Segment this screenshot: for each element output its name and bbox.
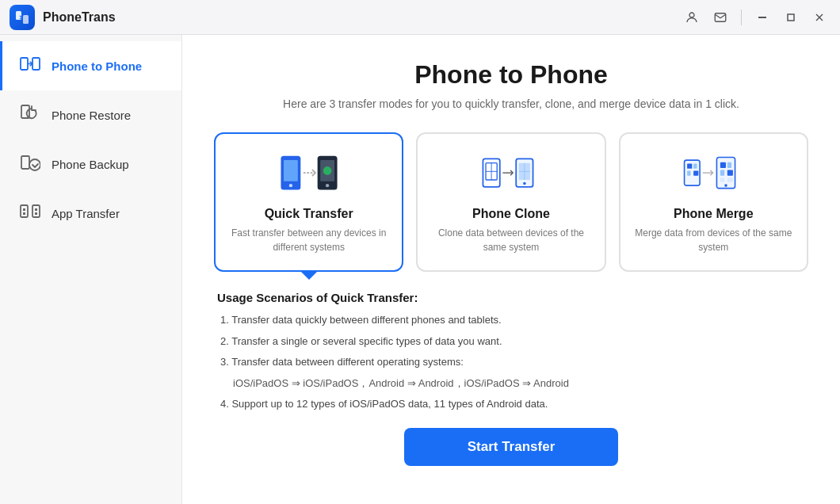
svg-rect-44 [727,170,733,176]
sidebar-item-phone-restore-label: Phone Restore [52,109,131,122]
svg-rect-46 [727,178,733,181]
svg-point-25 [323,166,331,175]
phone-clone-title: Phone Clone [472,207,550,221]
usage-item-1: 1. Transfer data quickly between differe… [217,312,805,328]
app-name: PhoneTrans [43,10,681,25]
svg-rect-4 [758,17,766,18]
svg-point-12 [29,159,40,170]
svg-rect-9 [32,58,40,70]
app-logo [10,5,35,30]
svg-rect-42 [727,162,731,168]
app-body: Phone to Phone Phone Restore [0,35,840,504]
svg-point-24 [326,184,329,187]
svg-rect-1 [23,15,29,24]
svg-rect-5 [788,14,794,21]
quick-transfer-desc: Fast transfer between any devices in dif… [228,226,389,254]
phone-to-phone-icon [18,54,42,78]
phone-merge-card[interactable]: Phone Merge Merge data from devices of t… [619,132,808,272]
quick-transfer-icon [277,150,341,197]
svg-rect-20 [284,160,298,181]
close-button[interactable] [808,6,830,29]
svg-rect-8 [21,58,28,70]
page-subtitle: Here are 3 transfer modes for you to qui… [214,97,808,110]
window-controls [681,6,830,29]
svg-rect-37 [693,164,697,169]
separator [741,10,742,25]
svg-point-47 [725,184,728,187]
quick-transfer-title: Quick Transfer [265,207,353,221]
start-transfer-button[interactable]: Start Transfer [404,428,619,466]
phone-clone-desc: Clone data between devices of the same s… [430,226,591,254]
svg-rect-18 [35,212,37,215]
usage-item-3: 3. Transfer data between different opera… [217,354,805,370]
svg-rect-15 [23,208,25,211]
sidebar-item-phone-backup[interactable]: Phone Backup [0,139,181,189]
svg-rect-17 [23,212,25,215]
page-title: Phone to Phone [214,60,808,90]
start-btn-container: Start Transfer [214,428,808,466]
usage-list: 1. Transfer data quickly between differe… [217,312,805,412]
phone-clone-icon [479,150,543,197]
mode-cards: Quick Transfer Fast transfer between any… [214,132,808,272]
usage-item-2: 2. Transfer a single or several specific… [217,334,805,349]
svg-rect-13 [21,205,28,217]
phone-backup-icon [18,152,42,176]
sidebar-item-phone-backup-label: Phone Backup [52,158,129,171]
sidebar-item-phone-restore[interactable]: Phone Restore [0,90,181,139]
usage-section: Usage Scenarios of Quick Transfer: 1. Tr… [214,291,808,412]
usage-title: Usage Scenarios of Quick Transfer: [217,291,805,304]
maximize-button[interactable] [780,6,802,29]
title-bar: PhoneTrans [0,0,840,35]
sidebar: Phone to Phone Phone Restore [0,35,182,504]
minimize-button[interactable] [751,6,773,29]
sidebar-item-phone-to-phone[interactable]: Phone to Phone [0,41,181,90]
svg-rect-41 [720,162,726,168]
phone-merge-icon [682,150,745,197]
svg-rect-36 [687,164,692,169]
quick-transfer-card[interactable]: Quick Transfer Fast transfer between any… [214,132,403,272]
svg-rect-16 [35,208,37,211]
sidebar-item-app-transfer[interactable]: App Transfer [0,189,181,238]
usage-item-4: 4. Support up to 12 types of iOS/iPadOS … [217,396,805,412]
sidebar-item-phone-to-phone-label: Phone to Phone [52,59,142,73]
svg-rect-43 [720,170,724,176]
main-content: Phone to Phone Here are 3 transfer modes… [182,35,840,504]
svg-rect-14 [32,205,40,217]
svg-point-2 [689,13,694,17]
email-icon[interactable] [709,6,731,29]
user-icon[interactable] [681,6,703,29]
phone-merge-desc: Merge data from devices of the same syst… [633,226,794,254]
svg-rect-11 [21,156,29,169]
svg-point-21 [288,184,292,187]
svg-rect-45 [720,178,724,181]
svg-rect-39 [693,170,698,175]
svg-point-34 [523,182,526,185]
phone-clone-card[interactable]: Phone Clone Clone data between devices o… [416,132,605,272]
sidebar-item-app-transfer-label: App Transfer [52,207,120,220]
phone-merge-title: Phone Merge [674,207,753,221]
usage-item-3-detail: iOS/iPadOS ⇒ iOS/iPadOS，Android ⇒ Androi… [217,376,805,391]
app-transfer-icon [18,201,42,225]
phone-restore-icon [18,103,42,127]
svg-rect-38 [687,170,690,175]
